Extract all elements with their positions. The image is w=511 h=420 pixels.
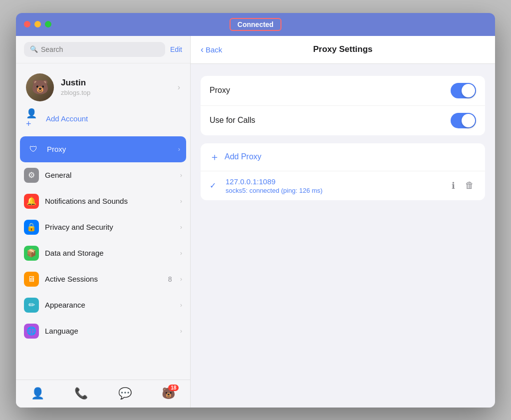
profile-chevron-icon: ›: [178, 83, 180, 92]
search-input[interactable]: [41, 45, 159, 53]
add-proxy-icon: ＋: [210, 150, 220, 164]
chats-tab-icon: 💬: [118, 387, 132, 400]
avatar: 🐻: [26, 73, 54, 101]
proxy-status: socks5: connected (ping: 126 ms): [226, 187, 444, 194]
appearance-icon: ✏: [24, 298, 39, 313]
sidebar-item-sessions[interactable]: 🖥 Active Sessions 8 ›: [16, 266, 190, 292]
use-for-calls-label: Use for Calls: [210, 116, 451, 125]
sessions-badge: 8: [168, 275, 172, 283]
minimize-button[interactable]: [34, 21, 41, 27]
add-proxy-button[interactable]: ＋ Add Proxy: [201, 143, 485, 171]
privacy-chevron-icon: ›: [180, 223, 182, 231]
profile-watermark: zblogs.top: [61, 89, 90, 96]
app-window: Connected 🔍 Edit 🐻 Justin zblogs.top ›: [16, 13, 495, 408]
titlebar: Connected: [16, 13, 495, 36]
add-account-label: Add Account: [46, 114, 88, 123]
proxy-list-card: ＋ Add Proxy ✓ 127.0.0.1:1089 socks5: con…: [201, 143, 485, 200]
sidebar-item-privacy[interactable]: 🔒 Privacy and Security ›: [16, 214, 190, 240]
data-icon: 📦: [24, 246, 39, 261]
proxy-port-text: :1089: [257, 177, 276, 186]
sidebar-item-general[interactable]: ⚙ General ›: [16, 162, 190, 188]
proxy-address-text: 127.0.0.1: [226, 177, 257, 186]
back-button[interactable]: ‹ Back: [201, 44, 222, 55]
calls-tab-icon: 📞: [74, 387, 88, 400]
panel-header: ‹ Back Proxy Settings: [191, 36, 495, 64]
panel-body: Proxy Use for Calls ＋: [191, 64, 495, 408]
proxy-delete-button[interactable]: 🗑: [463, 178, 476, 193]
add-proxy-label: Add Proxy: [225, 152, 261, 161]
language-chevron-icon: ›: [180, 327, 182, 335]
proxy-actions: ℹ 🗑: [450, 178, 476, 193]
add-account-icon: 👤+: [26, 111, 41, 126]
main-content: 🔍 Edit 🐻 Justin zblogs.top › 👤+ Add Acco…: [16, 36, 495, 408]
data-label: Data and Storage: [45, 249, 174, 257]
appearance-chevron-icon: ›: [180, 301, 182, 309]
data-chevron-icon: ›: [180, 249, 182, 257]
general-chevron-icon: ›: [180, 171, 182, 179]
traffic-lights: [24, 21, 51, 27]
maximize-button[interactable]: [45, 21, 51, 27]
profile-name: Justin: [61, 78, 90, 88]
tab-contacts[interactable]: 👤: [25, 383, 50, 405]
sidebar-item-appearance[interactable]: ✏ Appearance ›: [16, 292, 190, 318]
language-icon: 🌐: [24, 324, 39, 339]
close-button[interactable]: [24, 21, 30, 27]
proxy-icon: 🛡: [26, 142, 41, 157]
use-for-calls-toggle[interactable]: [451, 113, 476, 128]
general-icon: ⚙: [24, 168, 39, 183]
tab-settings[interactable]: 🐻 18: [156, 383, 181, 405]
use-for-calls-row: Use for Calls: [201, 106, 485, 135]
profile-section[interactable]: 🐻 Justin zblogs.top ›: [16, 63, 190, 106]
sidebar-item-language[interactable]: 🌐 Language ›: [16, 318, 190, 344]
add-account-button[interactable]: 👤+ Add Account: [16, 106, 190, 134]
notifications-label: Notifications and Sounds: [45, 197, 174, 205]
tab-chats[interactable]: 💬: [112, 383, 137, 405]
sessions-icon: 🖥: [24, 272, 39, 287]
sidebar-item-notifications[interactable]: 🔔 Notifications and Sounds ›: [16, 188, 190, 214]
sidebar-item-data[interactable]: 📦 Data and Storage ›: [16, 240, 190, 266]
nav-list: 🛡 Proxy › ⚙ General › 🔔 Notifications an…: [16, 134, 190, 380]
sidebar: 🔍 Edit 🐻 Justin zblogs.top › 👤+ Add Acco…: [16, 36, 191, 408]
bottom-tabs: 👤 📞 💬 🐻 18: [16, 380, 190, 408]
back-chevron-icon: ‹: [201, 44, 204, 55]
proxy-chevron-icon: ›: [178, 145, 180, 153]
language-label: Language: [45, 327, 174, 335]
proxy-toggle-row: Proxy: [201, 76, 485, 106]
privacy-icon: 🔒: [24, 220, 39, 235]
notifications-icon: 🔔: [24, 194, 39, 209]
use-for-calls-toggle-knob: [462, 114, 475, 127]
search-icon: 🔍: [30, 45, 38, 53]
proxy-info: 127.0.0.1:1089 socks5: connected (ping: …: [226, 177, 444, 194]
tab-calls[interactable]: 📞: [69, 383, 94, 405]
proxy-toggle-knob: [462, 84, 475, 97]
proxy-check-icon: ✓: [210, 181, 220, 190]
profile-info: Justin zblogs.top: [61, 78, 90, 96]
privacy-label: Privacy and Security: [45, 223, 174, 231]
search-bar: 🔍 Edit: [16, 36, 190, 63]
proxy-toggles-card: Proxy Use for Calls: [201, 76, 485, 135]
proxy-toggle[interactable]: [451, 83, 476, 98]
sidebar-item-proxy[interactable]: 🛡 Proxy ›: [20, 136, 186, 162]
search-input-wrap[interactable]: 🔍: [24, 42, 165, 57]
right-panel: ‹ Back Proxy Settings Proxy Use fo: [191, 36, 495, 408]
proxy-entry: ✓ 127.0.0.1:1089 socks5: connected (ping…: [201, 171, 485, 200]
proxy-label: Proxy: [47, 145, 172, 153]
appearance-label: Appearance: [45, 301, 174, 309]
proxy-address: 127.0.0.1:1089: [226, 177, 444, 186]
sessions-label: Active Sessions: [45, 275, 162, 283]
proxy-toggle-label: Proxy: [210, 86, 451, 95]
settings-tab-badge: 18: [168, 385, 179, 391]
back-label: Back: [206, 45, 222, 54]
proxy-info-button[interactable]: ℹ: [450, 178, 457, 193]
connection-status: Connected: [230, 18, 281, 31]
contacts-tab-icon: 👤: [31, 387, 44, 400]
panel-title: Proxy Settings: [313, 44, 372, 54]
sessions-chevron-icon: ›: [180, 275, 182, 283]
edit-button[interactable]: Edit: [170, 45, 182, 53]
general-label: General: [45, 171, 174, 179]
notifications-chevron-icon: ›: [180, 197, 182, 205]
